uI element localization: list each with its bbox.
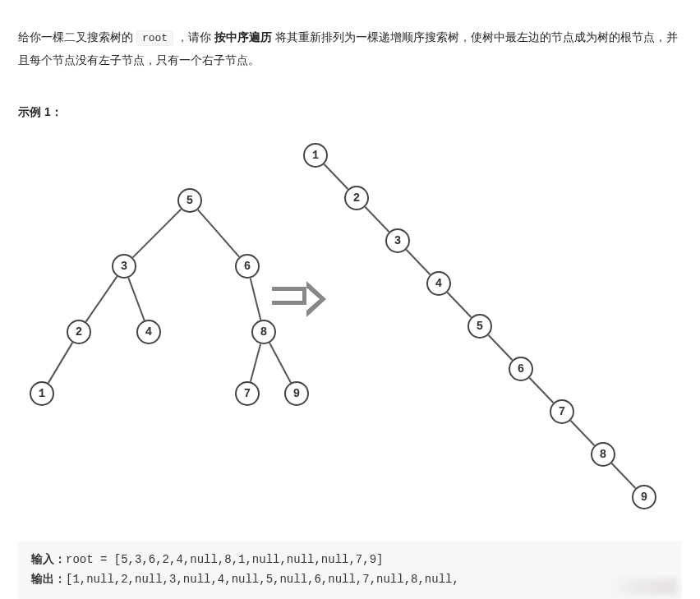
tree-edge <box>128 278 144 320</box>
tree-edge <box>85 277 117 322</box>
input-label: 输入： <box>31 553 66 566</box>
desc-bold: 按中序遍历 <box>214 30 272 44</box>
tree-edge <box>406 250 430 274</box>
tree-diagram: 536248179123456789 <box>25 135 675 537</box>
tree-edge <box>133 210 182 258</box>
example-codeblock: 输入：root = [5,3,6,2,4,null,8,1,null,null,… <box>18 541 682 599</box>
tree-edge <box>198 210 239 257</box>
example-title: 示例 1： <box>18 105 682 120</box>
arrow-icon <box>272 287 306 305</box>
tree-edge <box>570 421 594 445</box>
tree-edge <box>251 344 260 382</box>
problem-description: 给你一棵二叉搜索树的 root ，请你 按中序遍历 将其重新排列为一棵递增顺序搜… <box>18 26 682 71</box>
tree-edge <box>324 164 348 189</box>
tree-edge <box>269 343 291 384</box>
output-body: [1,null,2,null,3,null,4,null,5,null,6,nu… <box>66 573 459 586</box>
blur-overlay-icon <box>611 578 677 595</box>
tree-edge <box>611 463 635 488</box>
desc-part-a: 给你一棵二叉搜索树的 <box>18 30 136 44</box>
tree-edge <box>365 207 389 232</box>
output-label: 输出： <box>31 573 66 586</box>
tree-edge <box>529 378 553 403</box>
root-code-inline: root <box>136 30 173 46</box>
tree-edge <box>447 293 471 317</box>
input-body: root = [5,3,6,2,4,null,8,1,null,null,nul… <box>66 553 383 566</box>
tree-edge <box>488 335 512 360</box>
tree-edge <box>48 343 73 383</box>
desc-part-b: ，请你 <box>177 30 214 44</box>
tree-edge <box>251 279 261 320</box>
arrow-head-icon <box>306 281 326 317</box>
